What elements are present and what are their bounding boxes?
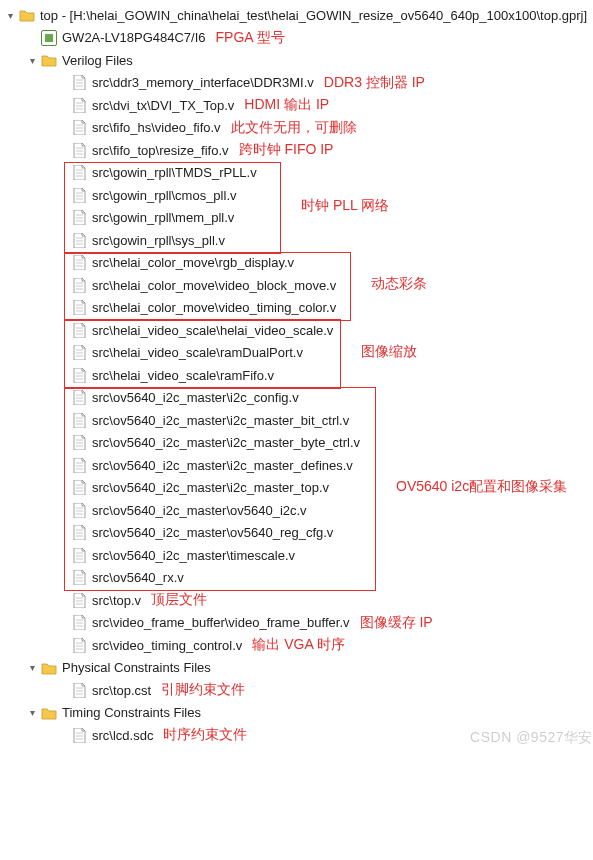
- tree-item-file[interactable]: src\helai_color_move\video_block_move.v: [4, 274, 593, 297]
- tree-item-file[interactable]: src\ov5640_i2c_master\ov5640_i2c.v: [4, 499, 593, 522]
- file-label: src\ov5640_i2c_master\i2c_master_top.v: [92, 480, 329, 495]
- tree-item-file[interactable]: src\fifo_hs\video_fifo.v 此文件无用，可删除: [4, 117, 593, 140]
- file-icon: [70, 142, 88, 158]
- file-icon: [70, 615, 88, 631]
- folder-label: Physical Constraints Files: [62, 660, 211, 675]
- file-label: src\helai_color_move\video_timing_color.…: [92, 300, 336, 315]
- file-icon: [70, 727, 88, 743]
- file-label: src\fifo_top\resize_fifo.v: [92, 143, 229, 158]
- file-label: src\lcd.sdc: [92, 728, 153, 743]
- tree-item-file[interactable]: src\ov5640_i2c_master\i2c_config.v: [4, 387, 593, 410]
- folder-icon: [18, 7, 36, 23]
- tree-item-file[interactable]: src\helai_video_scale\helai_video_scale.…: [4, 319, 593, 342]
- file-label: src\ov5640_i2c_master\i2c_master_bit_ctr…: [92, 413, 349, 428]
- file-icon: [70, 480, 88, 496]
- chevron-down-icon[interactable]: ▾: [26, 662, 38, 673]
- file-label: src\gowin_rpll\cmos_pll.v: [92, 188, 237, 203]
- file-label: src\helai_video_scale\ramDualPort.v: [92, 345, 303, 360]
- tree-item-file[interactable]: src\gowin_rpll\sys_pll.v: [4, 229, 593, 252]
- file-icon: [70, 412, 88, 428]
- file-icon: [70, 187, 88, 203]
- file-icon: [70, 120, 88, 136]
- tree-item-file[interactable]: src\ov5640_i2c_master\timescale.v: [4, 544, 593, 567]
- folder-icon: [40, 52, 58, 68]
- tree-item-file[interactable]: src\dvi_tx\DVI_TX_Top.v HDMI 输出 IP: [4, 94, 593, 117]
- tree-item-verilog-folder[interactable]: ▾ Verilog Files: [4, 49, 593, 72]
- folder-label: Timing Constraints Files: [62, 705, 201, 720]
- tree-item-file[interactable]: src\helai_color_move\video_timing_color.…: [4, 297, 593, 320]
- file-icon: [70, 525, 88, 541]
- tree-item-file[interactable]: src\video_timing_control.v 输出 VGA 时序: [4, 634, 593, 657]
- device-label: GW2A-LV18PG484C7/I6: [62, 30, 206, 45]
- file-icon: [70, 435, 88, 451]
- group-annotation: 图像缩放: [361, 343, 417, 361]
- tree-item-file[interactable]: src\ov5640_i2c_master\i2c_master_bit_ctr…: [4, 409, 593, 432]
- file-icon: [70, 300, 88, 316]
- annotation: 引脚约束文件: [161, 681, 245, 699]
- file-label: src\top.v: [92, 593, 141, 608]
- folder-icon: [40, 660, 58, 676]
- file-icon: [70, 97, 88, 113]
- chevron-down-icon[interactable]: ▾: [4, 10, 16, 21]
- tree-item-file[interactable]: src\ov5640_rx.v: [4, 567, 593, 590]
- annotation: HDMI 输出 IP: [244, 96, 329, 114]
- file-label: src\helai_color_move\video_block_move.v: [92, 278, 336, 293]
- tree-item-timing-folder[interactable]: ▾ Timing Constraints Files: [4, 702, 593, 725]
- root-label: top - [H:\helai_GOWIN_china\helai_test\h…: [40, 8, 587, 23]
- annotation: 跨时钟 FIFO IP: [239, 141, 334, 159]
- file-icon: [70, 165, 88, 181]
- chevron-down-icon[interactable]: ▾: [26, 707, 38, 718]
- tree-item-file[interactable]: src\gowin_rpll\TMDS_rPLL.v: [4, 162, 593, 185]
- file-icon: [70, 682, 88, 698]
- file-label: src\ov5640_i2c_master\timescale.v: [92, 548, 295, 563]
- chevron-down-icon[interactable]: ▾: [26, 55, 38, 66]
- tree-item-file[interactable]: src\ov5640_i2c_master\i2c_master_defines…: [4, 454, 593, 477]
- file-label: src\top.cst: [92, 683, 151, 698]
- file-icon: [70, 637, 88, 653]
- file-label: src\helai_color_move\rgb_display.v: [92, 255, 294, 270]
- file-label: src\ov5640_i2c_master\ov5640_reg_cfg.v: [92, 525, 333, 540]
- file-icon: [70, 75, 88, 91]
- file-label: src\gowin_rpll\sys_pll.v: [92, 233, 225, 248]
- annotation: FPGA 型号: [216, 29, 285, 47]
- file-icon: [70, 457, 88, 473]
- tree-item-file[interactable]: src\ov5640_i2c_master\ov5640_reg_cfg.v: [4, 522, 593, 545]
- tree-item-root[interactable]: ▾ top - [H:\helai_GOWIN_china\helai_test…: [4, 4, 593, 27]
- annotation: 此文件无用，可删除: [231, 119, 357, 137]
- group-annotation: 时钟 PLL 网络: [301, 197, 389, 215]
- file-icon: [70, 367, 88, 383]
- tree-item-file[interactable]: src\ddr3_memory_interface\DDR3MI.v DDR3 …: [4, 72, 593, 95]
- tree-item-file[interactable]: src\fifo_top\resize_fifo.v 跨时钟 FIFO IP: [4, 139, 593, 162]
- file-label: src\dvi_tx\DVI_TX_Top.v: [92, 98, 234, 113]
- file-icon: [70, 322, 88, 338]
- file-icon: [70, 210, 88, 226]
- file-icon: [70, 390, 88, 406]
- annotation: 顶层文件: [151, 591, 207, 609]
- tree-item-physical-folder[interactable]: ▾ Physical Constraints Files: [4, 657, 593, 680]
- watermark: CSDN @9527华安: [470, 729, 593, 747]
- file-label: src\gowin_rpll\mem_pll.v: [92, 210, 234, 225]
- file-label: src\video_timing_control.v: [92, 638, 242, 653]
- tree-item-file[interactable]: src\gowin_rpll\mem_pll.v: [4, 207, 593, 230]
- tree-item-file[interactable]: src\helai_color_move\rgb_display.v: [4, 252, 593, 275]
- tree-item-file[interactable]: src\top.v 顶层文件: [4, 589, 593, 612]
- file-icon: [70, 570, 88, 586]
- tree-item-file[interactable]: src\top.cst 引脚约束文件: [4, 679, 593, 702]
- tree-item-file[interactable]: src\helai_video_scale\ramFifo.v: [4, 364, 593, 387]
- file-icon: [70, 232, 88, 248]
- file-label: src\ov5640_rx.v: [92, 570, 184, 585]
- tree-item-file[interactable]: src\helai_video_scale\ramDualPort.v: [4, 342, 593, 365]
- annotation: DDR3 控制器 IP: [324, 74, 425, 92]
- annotation: 时序约束文件: [163, 726, 247, 744]
- tree-item-file[interactable]: src\gowin_rpll\cmos_pll.v: [4, 184, 593, 207]
- folder-label: Verilog Files: [62, 53, 133, 68]
- tree-item-device[interactable]: GW2A-LV18PG484C7/I6 FPGA 型号: [4, 27, 593, 50]
- tree-item-file[interactable]: src\video_frame_buffer\video_frame_buffe…: [4, 612, 593, 635]
- file-icon: [70, 277, 88, 293]
- file-label: src\video_frame_buffer\video_frame_buffe…: [92, 615, 350, 630]
- file-icon: [70, 592, 88, 608]
- file-label: src\ddr3_memory_interface\DDR3MI.v: [92, 75, 314, 90]
- file-label: src\gowin_rpll\TMDS_rPLL.v: [92, 165, 257, 180]
- file-icon: [70, 547, 88, 563]
- tree-item-file[interactable]: src\ov5640_i2c_master\i2c_master_byte_ct…: [4, 432, 593, 455]
